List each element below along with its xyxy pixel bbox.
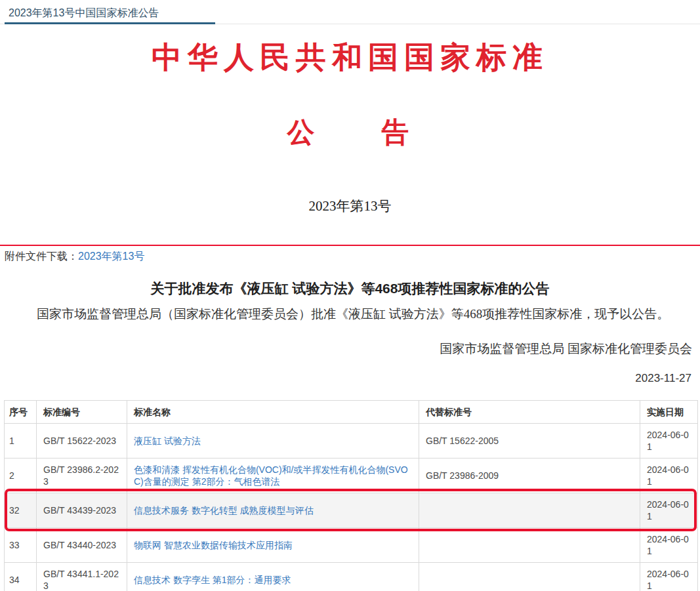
cell-date: 2024-06-01 (640, 458, 698, 493)
column-header-replaces: 代替标准号 (419, 400, 640, 423)
column-header-no: 序号 (5, 400, 37, 423)
active-tab-underline (5, 22, 215, 24)
cell-no: 1 (5, 423, 37, 458)
cell-name: 液压缸 试验方法 (127, 423, 419, 458)
cell-code: GB/T 43440-2023 (37, 527, 127, 562)
publish-date: 2023-11-27 (0, 372, 700, 385)
table-header-row: 序号标准编号标准名称代替标准号实施日期 (5, 400, 698, 423)
standard-name-link[interactable]: 物联网 智慧农业数据传输技术应用指南 (134, 540, 293, 550)
issue-number: 2023年第13号 (0, 197, 700, 215)
cell-date: 2024-06-01 (640, 423, 698, 458)
cell-name: 色漆和清漆 挥发性有机化合物(VOC)和/或半挥发性有机化合物(SVOC)含量的… (127, 458, 419, 493)
cell-replaces (419, 493, 640, 527)
cell-no: 2 (5, 458, 37, 493)
doc-subtitle: 公 告 (0, 116, 700, 149)
standards-table: 序号标准编号标准名称代替标准号实施日期 1GB/T 15622-2023液压缸 … (4, 400, 698, 591)
standard-name-link[interactable]: 液压缸 试验方法 (134, 436, 201, 446)
cell-name: 信息技术服务 数字化转型 成熟度模型与评估 (127, 493, 419, 527)
column-header-name: 标准名称 (127, 400, 419, 423)
standard-name-link[interactable]: 信息技术服务 数字化转型 成熟度模型与评估 (134, 505, 314, 516)
cell-code: GB/T 43439-2023 (37, 493, 127, 527)
cell-no: 34 (5, 562, 37, 591)
table-row: 2GB/T 23986.2-2023色漆和清漆 挥发性有机化合物(VOC)和/或… (5, 458, 698, 493)
standard-name-link[interactable]: 信息技术 数字孪生 第1部分：通用要求 (134, 575, 291, 585)
signature: 国家市场监督管理总局 国家标准化管理委员会 (0, 340, 700, 357)
red-divider (0, 245, 700, 246)
standard-name-link[interactable]: 色漆和清漆 挥发性有机化合物(VOC)和/或半挥发性有机化合物(SVOC)含量的… (134, 464, 408, 487)
attachment-row: 附件文件下载：2023年第13号 (0, 249, 700, 264)
table-row: 32GB/T 43439-2023信息技术服务 数字化转型 成熟度模型与评估20… (5, 493, 698, 527)
attachment-link[interactable]: 2023年第13号 (78, 251, 144, 262)
column-header-code: 标准编号 (37, 400, 127, 423)
cell-replaces: GB/T 15622-2005 (419, 423, 640, 458)
document-body: 中华人民共和国国家标准 公 告 2023年第13号 附件文件下载：2023年第1… (0, 41, 700, 591)
cell-code: GB/T 43441.1-2023 (37, 562, 127, 591)
notice-title: 关于批准发布《液压缸 试验方法》等468项推荐性国家标准的公告 (0, 280, 700, 297)
doc-title: 中华人民共和国国家标准 (0, 41, 700, 75)
tab-announcement[interactable]: 2023年第13号中国国家标准公告 (9, 7, 159, 20)
cell-no: 32 (5, 493, 37, 527)
cell-code: GB/T 23986.2-2023 (37, 458, 127, 493)
table-row: 34GB/T 43441.1-2023信息技术 数字孪生 第1部分：通用要求20… (5, 562, 698, 591)
attachment-label: 附件文件下载： (5, 251, 78, 262)
table-row: 1GB/T 15622-2023液压缸 试验方法GB/T 15622-20052… (5, 423, 698, 458)
cell-name: 信息技术 数字孪生 第1部分：通用要求 (127, 562, 419, 591)
cell-date: 2024-06-01 (640, 562, 698, 591)
cell-no: 33 (5, 527, 37, 562)
cell-replaces (419, 527, 640, 562)
column-header-date: 实施日期 (640, 400, 698, 423)
cell-name: 物联网 智慧农业数据传输技术应用指南 (127, 527, 419, 562)
notice-body: 国家市场监督管理总局（国家标准化管理委员会）批准《液压缸 试验方法》等468项推… (0, 306, 700, 322)
tab-bar: 2023年第13号中国国家标准公告 (0, 0, 700, 26)
cell-replaces (419, 562, 640, 591)
cell-replaces: GB/T 23986-2009 (419, 458, 640, 493)
cell-code: GB/T 15622-2023 (37, 423, 127, 458)
cell-date: 2024-06-01 (640, 493, 698, 527)
cell-date: 2024-06-01 (640, 527, 698, 562)
table-row: 33GB/T 43440-2023物联网 智慧农业数据传输技术应用指南2024-… (5, 527, 698, 562)
